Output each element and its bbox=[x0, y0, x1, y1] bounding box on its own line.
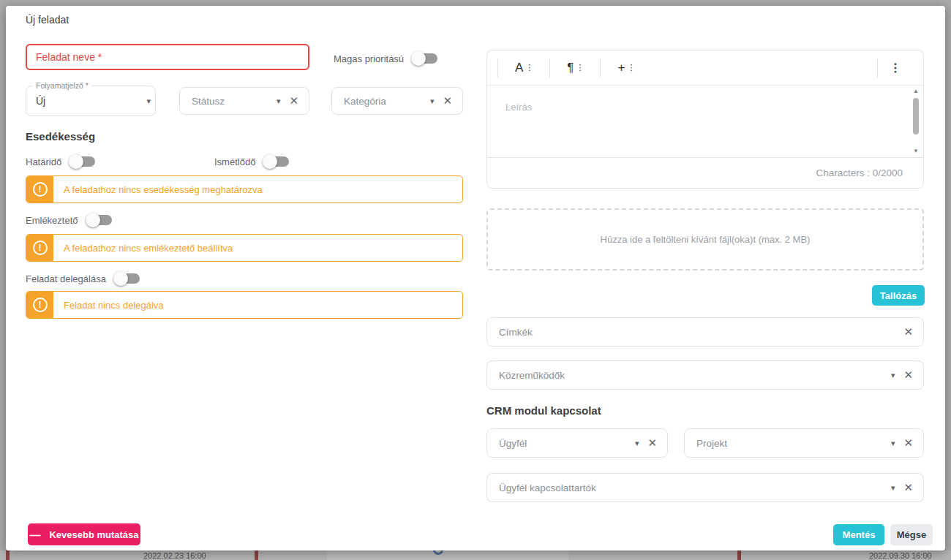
reminder-label: Emlékeztető bbox=[26, 215, 78, 226]
character-counter: Characters : 0/2000 bbox=[487, 157, 923, 188]
chevron-down-icon[interactable]: ▾ bbox=[142, 97, 155, 106]
scroll-down-icon[interactable]: ▼ bbox=[911, 148, 920, 154]
font-group-button[interactable]: A ⋮ bbox=[498, 61, 549, 74]
modal-title: Új feladat bbox=[26, 14, 69, 26]
kebab-menu-icon[interactable]: ⋮ bbox=[878, 61, 913, 75]
paragraph-group-button[interactable]: ¶ ⋮ bbox=[550, 61, 600, 74]
chevron-down-icon[interactable]: ▾ bbox=[426, 97, 439, 106]
due-warning-alert: ! A feladathoz nincs esedékesség meghatá… bbox=[26, 175, 463, 203]
tags-input[interactable]: Címkék ✕ bbox=[486, 317, 924, 347]
background-chart-marker bbox=[255, 550, 258, 560]
clear-icon[interactable]: ✕ bbox=[285, 94, 303, 107]
toggle-knob bbox=[263, 154, 277, 169]
warning-icon: ! bbox=[26, 235, 53, 261]
progress-select-label: Folyamatjelző * bbox=[33, 81, 91, 90]
customer-select[interactable]: Ügyfél ▾ ✕ bbox=[486, 428, 668, 458]
delegate-label: Feladat delegálása bbox=[26, 273, 106, 284]
page-background: 2022.02.23 16:00 2022.09.30 16:00 Új fel… bbox=[0, 0, 951, 560]
editor-content-area[interactable]: Leírás ▲ ▼ bbox=[487, 86, 923, 157]
background-chart-marker bbox=[737, 550, 741, 560]
show-less-label: Kevesebb mutatása bbox=[49, 529, 138, 540]
toolbar-more-group: ⋮ bbox=[877, 58, 913, 77]
reminder-row: Emlékeztető bbox=[26, 213, 113, 227]
due-warning-text: A feladathoz nincs esedékesség meghatáro… bbox=[64, 184, 263, 195]
save-button[interactable]: Mentés bbox=[833, 524, 884, 545]
contributors-select[interactable]: Közreműködők ▾ ✕ bbox=[486, 360, 924, 390]
delegate-warning-alert: ! Feladat nincs delegálva bbox=[26, 291, 463, 319]
recurring-toggle[interactable] bbox=[263, 154, 290, 169]
editor-placeholder: Leírás bbox=[505, 102, 532, 113]
delegate-warning-text: Feladat nincs delegálva bbox=[64, 300, 164, 311]
clear-icon[interactable]: ✕ bbox=[438, 94, 456, 107]
progress-select[interactable]: Folyamatjelző * Új ▾ bbox=[26, 86, 156, 116]
reminder-warning-text: A feladathoz nincs emlékeztető beállítva bbox=[64, 243, 233, 254]
delegate-toggle[interactable] bbox=[113, 271, 140, 286]
show-less-button[interactable]: — Kevesebb mutatása bbox=[28, 523, 140, 545]
chevron-down-icon[interactable]: ▾ bbox=[887, 439, 900, 448]
contributors-placeholder: Közreműködők bbox=[499, 370, 887, 381]
scrollbar-thumb[interactable] bbox=[913, 98, 919, 135]
editor-toolbar: A ⋮ ¶ ⋮ + ⋮ ⋮ bbox=[487, 50, 923, 86]
clear-icon[interactable]: ✕ bbox=[643, 436, 661, 450]
deadline-label: Határidő bbox=[26, 156, 61, 167]
recurring-label: Ismétlődő bbox=[214, 156, 255, 167]
tags-placeholder: Címkék bbox=[499, 327, 899, 338]
crm-section-heading: CRM modul kapcsolat bbox=[486, 404, 601, 417]
scroll-up-icon[interactable]: ▲ bbox=[911, 88, 920, 94]
description-editor: A ⋮ ¶ ⋮ + ⋮ ⋮ Leírás bbox=[486, 50, 924, 189]
more-dots-icon: ⋮ bbox=[525, 63, 533, 72]
toggle-knob bbox=[411, 51, 426, 66]
project-placeholder: Projekt bbox=[696, 438, 887, 449]
deadline-row: Határidő bbox=[26, 154, 96, 169]
clear-icon[interactable]: ✕ bbox=[899, 325, 917, 338]
status-select-placeholder: Státusz bbox=[192, 96, 272, 107]
clear-icon[interactable]: ✕ bbox=[899, 436, 917, 450]
category-select[interactable]: Kategória ▾ ✕ bbox=[331, 87, 463, 115]
due-section-heading: Esedékesség bbox=[26, 130, 95, 143]
browse-button[interactable]: Tallózás bbox=[872, 285, 925, 306]
status-select[interactable]: Státusz ▾ ✕ bbox=[179, 87, 309, 115]
clear-icon[interactable]: ✕ bbox=[899, 481, 917, 494]
background-chart-marker bbox=[6, 550, 10, 560]
project-select[interactable]: Projekt ▾ ✕ bbox=[684, 428, 924, 458]
high-priority-toggle[interactable] bbox=[411, 51, 438, 66]
delegate-row: Feladat delegálása bbox=[26, 271, 140, 286]
high-priority-row: Magas prioritású bbox=[334, 51, 438, 66]
high-priority-label: Magas prioritású bbox=[334, 53, 404, 64]
background-date-right: 2022.09.30 16:00 bbox=[869, 551, 932, 560]
toggle-knob bbox=[86, 213, 100, 227]
chevron-down-icon[interactable]: ▾ bbox=[887, 483, 900, 493]
background-chart-panel bbox=[327, 550, 568, 560]
task-name-input[interactable]: Feladat neve * bbox=[26, 44, 309, 70]
reminder-warning-alert: ! A feladathoz nincs emlékeztető beállít… bbox=[26, 234, 463, 262]
clear-icon[interactable]: ✕ bbox=[899, 368, 917, 382]
customer-placeholder: Ügyfél bbox=[499, 438, 631, 449]
deadline-toggle[interactable] bbox=[69, 154, 96, 169]
minus-icon: — bbox=[29, 529, 40, 540]
more-dots-icon: ⋮ bbox=[627, 63, 634, 72]
reminder-toggle[interactable] bbox=[86, 213, 113, 227]
category-select-placeholder: Kategória bbox=[344, 96, 426, 107]
more-dots-icon: ⋮ bbox=[576, 63, 583, 72]
warning-icon: ! bbox=[26, 292, 53, 318]
file-dropzone[interactable]: Húzza ide a feltölteni kívánt fájl(oka)t… bbox=[486, 208, 924, 270]
progress-select-value: Új bbox=[36, 95, 142, 107]
customer-contacts-placeholder: Ügyfél kapcsolattartók bbox=[499, 483, 887, 493]
dropzone-text: Húzza ide a feltölteni kívánt fájl(oka)t… bbox=[601, 234, 811, 245]
recurring-row: Ismétlődő bbox=[214, 154, 290, 169]
toggle-knob bbox=[113, 271, 128, 286]
chevron-down-icon[interactable]: ▾ bbox=[272, 97, 285, 106]
background-date-left: 2022.02.23 16:00 bbox=[143, 551, 206, 560]
toggle-knob bbox=[69, 154, 83, 169]
background-chart-strip: 2022.02.23 16:00 2022.09.30 16:00 bbox=[0, 550, 951, 560]
warning-icon: ! bbox=[26, 176, 53, 203]
chevron-down-icon[interactable]: ▾ bbox=[631, 439, 644, 448]
task-name-placeholder: Feladat neve * bbox=[36, 51, 102, 63]
customer-contacts-select[interactable]: Ügyfél kapcsolattartók ▾ ✕ bbox=[486, 473, 924, 502]
chevron-down-icon[interactable]: ▾ bbox=[887, 371, 900, 380]
cancel-button[interactable]: Mégse bbox=[890, 524, 933, 545]
editor-scrollbar[interactable]: ▲ ▼ bbox=[911, 88, 920, 154]
new-task-modal: Új feladat Feladat neve * Magas prioritá… bbox=[6, 6, 945, 550]
insert-group-button[interactable]: + ⋮ bbox=[601, 61, 651, 74]
